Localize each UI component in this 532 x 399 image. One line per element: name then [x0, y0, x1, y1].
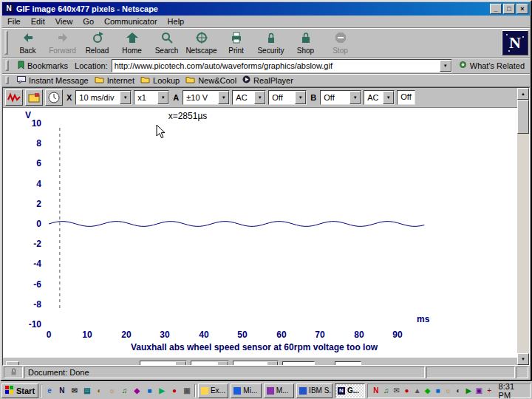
- task-button-explorer[interactable]: Ex...: [198, 383, 228, 398]
- maximize-button[interactable]: □: [503, 4, 515, 14]
- security-status-segment[interactable]: [4, 366, 23, 378]
- tray-icon-12[interactable]: +: [485, 386, 494, 395]
- vertical-scrollbar[interactable]: ▲ ▼: [517, 88, 529, 365]
- tray-icon-6[interactable]: ◆: [423, 386, 432, 395]
- tray-icon-3[interactable]: ✉: [392, 386, 400, 395]
- stop-button[interactable]: Stop: [323, 29, 358, 56]
- quicklaunch-icon-12[interactable]: ▣: [182, 385, 192, 397]
- tray-icon-1[interactable]: N: [372, 386, 380, 395]
- task-button-ibm[interactable]: IBM S...: [296, 383, 332, 398]
- tray-icon-4[interactable]: ●: [403, 386, 411, 395]
- whats-related-button[interactable]: What's Related: [456, 60, 528, 71]
- home-button[interactable]: Home: [115, 29, 149, 56]
- quicklaunch-icon-3[interactable]: ✉: [69, 385, 80, 397]
- scope-meter-button[interactable]: [45, 89, 63, 106]
- quicklaunch-icon-4[interactable]: ▤: [82, 385, 92, 397]
- back-button[interactable]: Back: [10, 29, 45, 56]
- url-input[interactable]: [112, 61, 440, 70]
- lookup-folder-button[interactable]: Lookup: [140, 76, 180, 85]
- trigger-edge-select[interactable]: Rising ▼: [233, 361, 279, 366]
- instant-message-icon: [17, 76, 26, 85]
- quicklaunch-icon-1[interactable]: e: [44, 385, 55, 397]
- realplayer-icon: [242, 75, 250, 85]
- title-bar[interactable]: N GIF image 640x477 pixels - Netscape _ …: [2, 2, 530, 16]
- dropdown-arrow-icon[interactable]: ▼: [383, 91, 394, 104]
- timebase-select[interactable]: 10 ms/div ▼: [75, 90, 132, 105]
- resize-grip[interactable]: [516, 366, 528, 378]
- scrollbar-thumb[interactable]: [517, 100, 529, 134]
- dropdown-arrow-icon[interactable]: ▼: [157, 91, 168, 104]
- menu-help[interactable]: Help: [163, 16, 190, 27]
- menu-go[interactable]: Go: [78, 16, 99, 27]
- tray-icon-5[interactable]: ▲: [413, 386, 421, 395]
- location-bar-grip[interactable]: [5, 60, 9, 71]
- close-button[interactable]: ×: [516, 4, 528, 14]
- quicklaunch-icon-5[interactable]: ◐: [95, 385, 105, 397]
- quicklaunch-icon-10[interactable]: ▶: [157, 385, 167, 397]
- tray-icon-2[interactable]: ♫: [382, 386, 390, 395]
- trigger-threshold-input[interactable]: [282, 361, 315, 366]
- channel-a-mode-select[interactable]: Off ▼: [268, 90, 307, 105]
- menu-view[interactable]: View: [50, 16, 78, 27]
- multiplier-select[interactable]: x1 ▼: [134, 90, 169, 105]
- quicklaunch-icon-11[interactable]: ●: [169, 385, 180, 397]
- menu-communicator[interactable]: Communicator: [99, 16, 163, 27]
- minimize-button[interactable]: _: [490, 4, 502, 14]
- netscape-logo[interactable]: N: [502, 30, 528, 55]
- task-button-netscape-active[interactable]: N G...: [335, 383, 365, 398]
- print-button[interactable]: Print: [219, 29, 253, 56]
- dropdown-arrow-icon[interactable]: ▼: [267, 361, 278, 366]
- scope-status-button[interactable]: [6, 361, 19, 366]
- scroll-up-button[interactable]: ▲: [517, 88, 529, 100]
- channel-a-coupling-select[interactable]: AC ▼: [232, 90, 266, 105]
- tray-icon-11[interactable]: ▣: [475, 386, 483, 395]
- channel-b-mode-box[interactable]: Off: [397, 90, 415, 105]
- task-button-2[interactable]: Mi...: [231, 383, 261, 398]
- dropdown-arrow-icon[interactable]: ▼: [295, 91, 306, 104]
- dropdown-arrow-icon[interactable]: ▼: [218, 91, 229, 104]
- bookmarks-button[interactable]: Bookmarks: [15, 60, 71, 72]
- tray-icon-10[interactable]: ▶: [465, 386, 473, 395]
- newcool-folder-button[interactable]: New&Cool: [185, 76, 236, 85]
- instant-message-button[interactable]: Instant Message: [17, 76, 89, 85]
- quicklaunch-icon-2[interactable]: N: [57, 385, 67, 397]
- reload-button[interactable]: Reload: [80, 29, 115, 56]
- scope-open-button[interactable]: [25, 89, 43, 106]
- channel-b-coupling-select[interactable]: AC ▼: [364, 90, 395, 105]
- dropdown-arrow-icon[interactable]: ▼: [175, 361, 186, 366]
- trigger-mode-select[interactable]: Repeat ▼: [140, 361, 187, 366]
- security-button[interactable]: Security: [253, 29, 288, 56]
- tray-icon-7[interactable]: ■: [434, 386, 442, 395]
- channel-a-range-select[interactable]: ±10 V ▼: [183, 90, 230, 105]
- channel-b-range-select[interactable]: Off ▼: [320, 90, 361, 105]
- dropdown-arrow-icon[interactable]: ▼: [120, 91, 131, 104]
- personal-toolbar-grip[interactable]: [5, 76, 9, 84]
- taskbar-clock[interactable]: 8:31 PM: [499, 382, 526, 399]
- scroll-down-button[interactable]: ▼: [517, 353, 529, 365]
- quicklaunch-icon-7[interactable]: ♫: [120, 385, 130, 397]
- netscape-button[interactable]: Netscape: [184, 29, 219, 56]
- shop-button[interactable]: Shop: [288, 29, 323, 56]
- url-dropdown-button[interactable]: ▼: [440, 60, 451, 72]
- menu-file[interactable]: File: [2, 16, 26, 27]
- dropdown-arrow-icon[interactable]: ▼: [254, 91, 265, 104]
- y-axis-tick: 4: [19, 179, 41, 189]
- toolbar-grip[interactable]: [4, 30, 8, 55]
- tray-icon-9[interactable]: ◐: [454, 386, 463, 395]
- quicklaunch-icon-9[interactable]: ■: [144, 385, 154, 397]
- menu-edit[interactable]: Edit: [26, 16, 50, 27]
- forward-button[interactable]: Forward: [45, 29, 80, 56]
- trigger-channel-select[interactable]: ch A ▼: [191, 361, 229, 366]
- tray-icon-8[interactable]: ☼: [444, 386, 452, 395]
- task-button-3[interactable]: M...: [264, 383, 294, 398]
- trigger-delay-input[interactable]: [335, 361, 361, 366]
- quicklaunch-icon-6[interactable]: ☼: [107, 385, 117, 397]
- dropdown-arrow-icon[interactable]: ▼: [349, 91, 361, 104]
- realplayer-button[interactable]: RealPlayer: [242, 75, 293, 85]
- dropdown-arrow-icon[interactable]: ▼: [217, 361, 228, 366]
- internet-folder-button[interactable]: Internet: [95, 76, 134, 85]
- quicklaunch-icon-8[interactable]: ◆: [132, 385, 142, 397]
- start-button[interactable]: Start: [1, 383, 38, 398]
- scope-trace-button[interactable]: [5, 89, 23, 106]
- search-button[interactable]: Search: [149, 29, 184, 56]
